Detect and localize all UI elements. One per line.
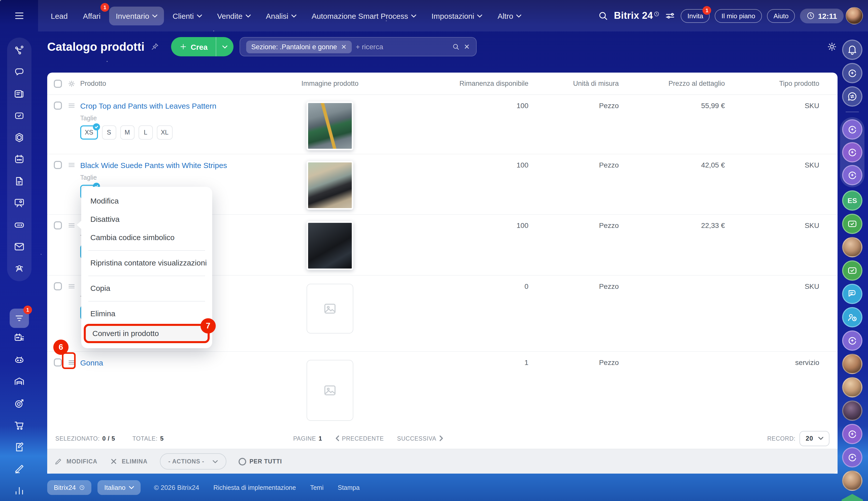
sidebar-item-ai[interactable] xyxy=(14,354,25,365)
copilot-chat-button[interactable] xyxy=(842,330,862,351)
pin-icon[interactable] xyxy=(150,43,159,51)
sidebar-item-sign[interactable] xyxy=(14,463,25,475)
product-image[interactable] xyxy=(307,161,353,210)
sidebar-item-hr[interactable] xyxy=(14,263,25,274)
task-chat-button[interactable] xyxy=(842,260,862,281)
chat-sync-button[interactable] xyxy=(842,86,862,107)
main-menu-button[interactable] xyxy=(0,10,38,21)
sidebar-item-shop[interactable] xyxy=(14,420,25,431)
nav-analisi[interactable]: Analisi xyxy=(259,6,303,25)
my-plan-button[interactable]: Il mio piano xyxy=(715,9,762,23)
menu-item-modifica[interactable]: Modifica xyxy=(81,192,212,210)
help-button[interactable]: Aiuto xyxy=(767,9,795,23)
product-image[interactable] xyxy=(307,102,353,150)
column-settings-gear-icon[interactable] xyxy=(67,79,76,87)
copilot-chat-button[interactable] xyxy=(842,447,862,468)
filter-search-bar[interactable]: Sezione: .Pantaloni e gonne ✕ ✕ xyxy=(239,37,476,56)
col-header-image[interactable]: Immagine prodotto xyxy=(300,80,361,87)
bulk-edit-button[interactable]: MODIFICA xyxy=(54,457,97,466)
menu-item-disattiva[interactable]: Disattiva xyxy=(81,210,212,228)
nav-altro[interactable]: Altro xyxy=(491,6,528,25)
prev-page-button[interactable]: PRECEDENTE xyxy=(335,435,384,441)
sidebar-item-sites[interactable] xyxy=(14,132,25,143)
nav-clienti[interactable]: Clienti xyxy=(166,6,208,25)
row-checkbox[interactable] xyxy=(54,221,62,230)
filter-chip-remove-icon[interactable]: ✕ xyxy=(341,43,347,51)
copilot-chat-button[interactable] xyxy=(842,119,862,140)
sidebar-item-crm-active[interactable]: 1 xyxy=(10,309,29,328)
invite-button[interactable]: Invita 1 xyxy=(681,9,710,23)
size-chip[interactable]: M xyxy=(120,125,134,140)
row-checkbox[interactable] xyxy=(54,358,62,366)
footer-link-print[interactable]: Stampa xyxy=(338,484,360,491)
col-header-product[interactable]: Prodotto xyxy=(80,80,300,87)
menu-item-ripristina-contatore[interactable]: Ripristina contatore visualizzazioni xyxy=(81,254,212,272)
sidebar-item-storage[interactable] xyxy=(14,219,25,231)
create-button-main[interactable]: Crea xyxy=(171,37,216,56)
filter-chip[interactable]: Sezione: .Pantaloni e gonne ✕ xyxy=(246,40,352,53)
chat-avatar-photo[interactable] xyxy=(842,354,862,374)
chat-avatar-photo[interactable] xyxy=(842,377,862,397)
chat-avatar-photo[interactable] xyxy=(842,401,862,421)
row-menu-icon[interactable] xyxy=(67,221,76,230)
product-link[interactable]: Gonna xyxy=(80,358,103,367)
workgroup-sd[interactable]: SD xyxy=(842,494,863,501)
notifications-button[interactable] xyxy=(842,40,862,60)
size-chip[interactable]: XL xyxy=(157,125,173,140)
sidebar-item-messenger[interactable] xyxy=(14,66,25,78)
size-chip[interactable]: L xyxy=(138,125,152,140)
sidebar-item-newsfeed[interactable] xyxy=(14,88,25,99)
sidebar-item-planner[interactable] xyxy=(14,332,25,344)
shift-chat-button[interactable] xyxy=(842,307,862,327)
menu-item-converti-in-prodotto[interactable]: Converti in prodotto xyxy=(86,326,207,341)
nav-affari[interactable]: Affari 1 xyxy=(76,6,107,25)
next-page-button[interactable]: SUCCESSIVA xyxy=(397,435,443,441)
bulk-delete-button[interactable]: ELIMINA xyxy=(110,457,148,466)
grid-settings-gear-icon[interactable] xyxy=(826,41,837,52)
nav-automazione[interactable]: Automazione Smart Process xyxy=(305,6,423,25)
nav-inventario[interactable]: Inventario xyxy=(109,6,164,25)
user-avatar[interactable] xyxy=(846,7,863,24)
copilot-chat-button[interactable] xyxy=(842,424,862,444)
search-icon[interactable] xyxy=(598,10,609,21)
col-header-type[interactable]: Tipo prodotto xyxy=(725,80,837,87)
task-chat-button[interactable] xyxy=(842,214,862,234)
col-header-unit[interactable]: Unità di misura xyxy=(528,80,619,87)
product-image[interactable] xyxy=(307,221,353,270)
select-all-checkbox[interactable] xyxy=(54,79,62,87)
size-chip-selected[interactable]: XS xyxy=(80,125,98,140)
menu-item-elimina[interactable]: Elimina xyxy=(81,305,212,323)
sidebar-item-collab[interactable] xyxy=(14,45,25,56)
create-button[interactable]: Crea xyxy=(171,37,234,56)
nav-impostazioni[interactable]: Impostazioni xyxy=(425,6,489,25)
menu-item-cambia-codice[interactable]: Cambia codice simbolico xyxy=(81,228,212,247)
row-checkbox[interactable] xyxy=(54,161,62,169)
footer-link-themes[interactable]: Temi xyxy=(310,484,324,491)
product-link[interactable]: Black Wide Suede Pants with White Stripe… xyxy=(80,161,227,170)
chat-avatar-photo[interactable] xyxy=(842,470,862,491)
sliders-icon[interactable] xyxy=(665,10,676,21)
row-menu-icon[interactable] xyxy=(67,102,76,110)
col-header-stock[interactable]: Rimanenza disponibile xyxy=(361,80,528,87)
nav-lead[interactable]: Lead xyxy=(44,6,74,25)
sidebar-item-drive[interactable] xyxy=(14,175,25,187)
sidebar-item-analytics[interactable] xyxy=(14,485,25,497)
records-per-page-select[interactable]: 20 xyxy=(800,431,829,446)
clock-widget[interactable]: 12:11 xyxy=(800,8,844,23)
sidebar-item-tasks[interactable] xyxy=(14,110,25,121)
sidebar-item-calendar[interactable] xyxy=(14,154,25,165)
sidebar-item-inventory[interactable] xyxy=(14,376,25,387)
sidebar-item-video-call[interactable] xyxy=(14,198,25,209)
clear-search-icon[interactable]: ✕ xyxy=(464,43,470,51)
sidebar-item-marketing[interactable] xyxy=(14,398,25,409)
actions-dropdown[interactable]: - ACTIONS - xyxy=(160,453,226,470)
col-header-price[interactable]: Prezzo al dettaglio xyxy=(619,80,725,87)
footer-link-implementation[interactable]: Richiesta di implementazione xyxy=(213,484,296,491)
language-select[interactable]: Italiano xyxy=(98,480,141,495)
sidebar-item-mail[interactable] xyxy=(14,241,25,252)
copilot-chat-button[interactable] xyxy=(842,165,862,185)
sidebar-item-documents[interactable] xyxy=(14,441,25,453)
row-menu-icon[interactable] xyxy=(67,282,76,290)
create-button-split[interactable] xyxy=(216,37,234,56)
search-input[interactable] xyxy=(356,43,448,51)
